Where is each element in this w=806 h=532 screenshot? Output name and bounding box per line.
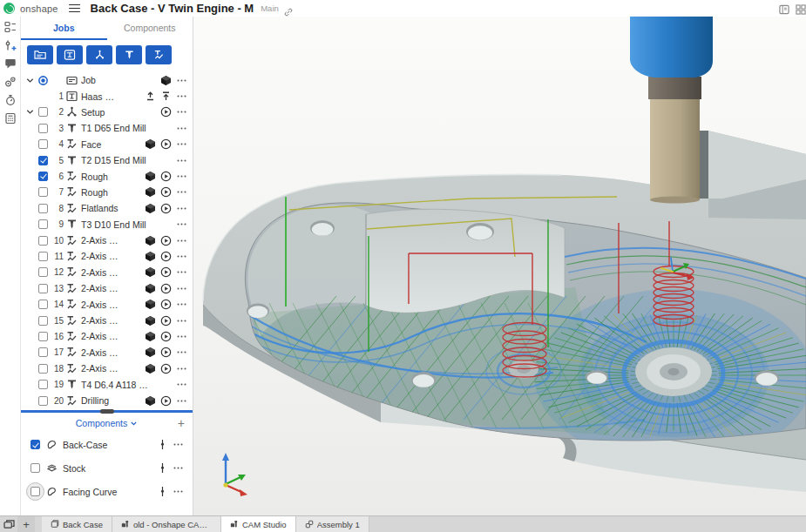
machine-button[interactable] xyxy=(57,45,83,64)
job-tree-row[interactable]: 172-Axis … xyxy=(24,345,191,360)
row-checkbox[interactable] xyxy=(36,396,51,406)
play-icon[interactable] xyxy=(160,266,172,278)
row-checkbox[interactable] xyxy=(36,300,51,309)
overflow-menu-icon[interactable] xyxy=(176,91,187,102)
panel-icon[interactable] xyxy=(779,3,790,14)
simulate-cube-icon[interactable] xyxy=(145,251,156,262)
row-checkbox[interactable] xyxy=(36,316,51,326)
play-icon[interactable] xyxy=(160,347,172,358)
row-checkbox[interactable] xyxy=(36,172,51,181)
play-icon[interactable] xyxy=(160,315,172,327)
pin-icon[interactable] xyxy=(157,462,168,474)
play-icon[interactable] xyxy=(160,363,172,374)
play-icon[interactable] xyxy=(160,331,172,342)
job-tree-row[interactable]: 122-Axis … xyxy=(24,265,191,280)
workspace-badge[interactable]: Main xyxy=(261,3,279,13)
row-checkbox[interactable] xyxy=(36,204,51,213)
comment-icon[interactable] xyxy=(4,57,17,70)
tool-button[interactable] xyxy=(116,45,142,64)
row-checkbox[interactable] xyxy=(36,236,51,246)
simulate-cube-icon[interactable] xyxy=(145,171,156,182)
simulate-cube-icon[interactable] xyxy=(145,363,156,374)
overflow-menu-icon[interactable] xyxy=(176,266,187,278)
row-checkbox[interactable] xyxy=(36,380,51,389)
play-icon[interactable] xyxy=(160,186,172,198)
gears-icon[interactable] xyxy=(4,76,17,88)
row-checkbox[interactable] xyxy=(36,187,51,197)
pin-icon[interactable] xyxy=(157,486,168,497)
overflow-menu-icon[interactable] xyxy=(176,283,187,294)
post-process-icon[interactable] xyxy=(145,91,156,102)
overflow-menu-icon[interactable] xyxy=(176,395,187,407)
overflow-menu-icon[interactable] xyxy=(176,106,187,118)
row-checkbox[interactable] xyxy=(36,252,51,261)
overflow-menu-icon[interactable] xyxy=(176,171,187,182)
play-icon[interactable] xyxy=(160,138,172,150)
overflow-menu-icon[interactable] xyxy=(176,251,187,262)
overflow-menu-icon[interactable] xyxy=(176,331,187,342)
overflow-menu-icon[interactable] xyxy=(176,203,187,214)
job-tree-row[interactable]: 132-Axis … xyxy=(24,280,191,296)
document-tab[interactable]: Back Case xyxy=(42,516,112,532)
components-header[interactable]: Components + xyxy=(21,413,193,433)
document-tab[interactable]: CAM Studio xyxy=(221,516,296,532)
row-checkbox[interactable] xyxy=(36,156,51,165)
overflow-menu-icon[interactable] xyxy=(176,235,187,246)
3d-scene[interactable] xyxy=(193,17,806,515)
job-tree-row[interactable]: 6Rough xyxy=(24,168,191,184)
play-icon[interactable] xyxy=(160,299,172,310)
chevron-down-icon[interactable] xyxy=(24,76,36,85)
play-icon[interactable] xyxy=(160,251,172,262)
job-tree-row[interactable]: 20Drilling xyxy=(24,393,191,408)
add-component-button[interactable]: + xyxy=(178,417,185,429)
row-checkbox[interactable] xyxy=(36,124,51,133)
simulate-cube-icon[interactable] xyxy=(145,235,156,246)
simulate-cube-icon[interactable] xyxy=(145,283,156,294)
overflow-menu-icon[interactable] xyxy=(176,75,187,86)
simulate-cube-icon[interactable] xyxy=(145,315,156,327)
overflow-menu-icon[interactable] xyxy=(176,379,187,390)
tab-components[interactable]: Components xyxy=(107,17,193,40)
simulate-cube-icon[interactable] xyxy=(145,186,156,198)
row-checkbox[interactable] xyxy=(36,139,51,149)
simulate-cube-icon[interactable] xyxy=(145,266,156,278)
overflow-menu-icon[interactable] xyxy=(176,363,187,374)
add-tab-button[interactable]: + xyxy=(17,516,35,532)
job-tree-row[interactable]: 3T1 D65 End Mill xyxy=(24,120,191,136)
overflow-menu-icon[interactable] xyxy=(176,299,187,310)
job-tree-row[interactable]: 8Flatlands xyxy=(24,200,191,216)
component-checkbox[interactable] xyxy=(30,463,40,473)
play-icon[interactable] xyxy=(160,106,172,118)
document-tab[interactable]: Assembly 1 xyxy=(296,516,369,532)
overflow-menu-icon[interactable] xyxy=(176,138,187,150)
component-checkbox[interactable] xyxy=(30,440,40,449)
job-folder-button[interactable] xyxy=(27,45,53,64)
overflow-menu-icon[interactable] xyxy=(173,486,184,497)
job-tree-row[interactable]: 112-Axis … xyxy=(24,248,191,264)
job-tree-row[interactable]: 2Setup xyxy=(24,104,191,120)
play-icon[interactable] xyxy=(160,203,172,214)
active-job-radio[interactable] xyxy=(36,75,51,86)
play-icon[interactable] xyxy=(160,395,172,407)
overflow-menu-icon[interactable] xyxy=(176,219,187,230)
row-checkbox[interactable] xyxy=(36,107,51,117)
job-tree-row[interactable]: 4Face xyxy=(24,137,191,152)
overflow-menu-icon[interactable] xyxy=(176,347,187,358)
row-checkbox[interactable] xyxy=(36,219,51,229)
job-tree-row[interactable]: 142-Axis … xyxy=(24,296,191,312)
share-link-icon[interactable] xyxy=(284,4,293,13)
job-tree-row[interactable]: 19T4 D6.4 A118 … xyxy=(24,376,191,392)
focus-ring[interactable] xyxy=(26,482,44,501)
job-tree-row[interactable]: 102-Axis … xyxy=(24,232,191,248)
row-checkbox[interactable] xyxy=(36,332,51,341)
overflow-menu-icon[interactable] xyxy=(173,462,184,474)
document-tab[interactable]: old - Onshape CAM Stu… xyxy=(112,516,221,532)
keypad-icon[interactable] xyxy=(4,112,17,125)
timer-icon[interactable] xyxy=(4,94,17,106)
chevron-down-icon[interactable] xyxy=(24,107,36,117)
play-icon[interactable] xyxy=(160,283,172,294)
job-tree-row[interactable]: 9T3 D10 End Mill xyxy=(24,217,191,232)
collapse-icon[interactable] xyxy=(160,91,172,102)
simulate-cube-icon[interactable] xyxy=(145,299,156,310)
outline-icon[interactable] xyxy=(4,21,17,33)
